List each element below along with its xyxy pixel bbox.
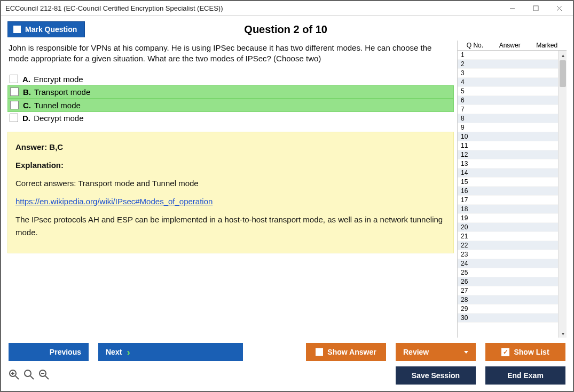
option-a[interactable]: A. Encrypt mode: [7, 73, 454, 85]
previous-button[interactable]: Previous: [9, 343, 89, 361]
option-label: A. Encrypt mode: [22, 75, 83, 84]
mark-checkbox-icon: [13, 26, 21, 33]
qlist-header: Q No. Answer Marked: [458, 41, 567, 51]
qlist-row[interactable]: 8: [458, 114, 567, 123]
next-button[interactable]: Next: [98, 343, 243, 361]
review-label: Review: [403, 348, 429, 356]
option-checkbox-icon[interactable]: [10, 87, 19, 96]
minimize-button[interactable]: [500, 2, 524, 15]
qlist-col-marked: Marked: [536, 42, 557, 49]
qlist-row[interactable]: 25: [458, 268, 567, 277]
qlist-row[interactable]: 26: [458, 277, 567, 286]
zoom-out-icon[interactable]: [38, 369, 49, 382]
qlist-row[interactable]: 15: [458, 178, 567, 187]
qlist-row[interactable]: 22: [458, 241, 567, 250]
qlist-row[interactable]: 27: [458, 286, 567, 295]
button-row-2: Save Session End Exam: [9, 366, 565, 385]
qlist-row[interactable]: 20: [458, 223, 567, 232]
question-heading: Question 2 of 10: [85, 23, 486, 36]
qlist-wrap: 1234567891011121314151617181920212223242…: [458, 51, 567, 338]
zoom-in-icon[interactable]: [9, 369, 19, 382]
correct-answers-line: Correct answers: Transport mode and Tunn…: [15, 177, 446, 190]
qlist-scrollbar[interactable]: ▴ ▾: [558, 51, 567, 338]
options-list: A. Encrypt modeB. Transport modeC. Tunne…: [7, 73, 454, 124]
reference-link[interactable]: https://en.wikipedia.org/wiki/IPsec#Mode…: [15, 197, 213, 206]
scroll-up-icon[interactable]: ▴: [559, 51, 567, 59]
question-text: John is responsible for VPNs at his comp…: [7, 41, 454, 70]
qlist-row[interactable]: 18: [458, 205, 567, 214]
qlist-row[interactable]: 11: [458, 141, 567, 150]
qlist-row[interactable]: 3: [458, 69, 567, 78]
save-session-button[interactable]: Save Session: [396, 366, 476, 385]
main-split: John is responsible for VPNs at his comp…: [1, 41, 573, 338]
option-label: C. Tunnel mode: [23, 101, 81, 110]
qlist-row[interactable]: 1: [458, 51, 567, 60]
svg-line-5: [15, 376, 19, 379]
qlist-row[interactable]: 14: [458, 169, 567, 178]
qlist-row[interactable]: 5: [458, 87, 567, 96]
end-exam-label: End Exam: [507, 371, 544, 380]
qlist[interactable]: 1234567891011121314151617181920212223242…: [458, 51, 567, 338]
qlist-row[interactable]: 29: [458, 305, 567, 314]
qlist-row[interactable]: 19: [458, 214, 567, 223]
mark-question-button[interactable]: Mark Question: [7, 21, 85, 37]
option-c[interactable]: C. Tunnel mode: [7, 99, 454, 112]
window-controls: [500, 2, 571, 15]
bottom-bar: Previous Next Show Answer Review ✓ Show …: [1, 338, 573, 391]
option-label: D. Decrypt mode: [22, 114, 84, 123]
qlist-row[interactable]: 17: [458, 196, 567, 205]
qlist-row[interactable]: 28: [458, 295, 567, 305]
qlist-row[interactable]: 23: [458, 250, 567, 259]
option-checkbox-icon[interactable]: [10, 101, 19, 109]
button-row-1: Previous Next Show Answer Review ✓ Show …: [9, 343, 565, 361]
svg-rect-1: [533, 6, 538, 11]
explanation-label: Explanation:: [15, 159, 446, 172]
top-row: Mark Question Question 2 of 10: [1, 16, 573, 41]
zoom-reset-icon[interactable]: [23, 369, 34, 382]
show-answer-button[interactable]: Show Answer: [306, 343, 386, 361]
qlist-row[interactable]: 6: [458, 96, 567, 105]
zoom-controls: [9, 369, 49, 382]
qlist-row[interactable]: 7: [458, 105, 567, 114]
scroll-thumb[interactable]: [560, 60, 566, 87]
explanation-detail: The IPsec protocols AH and ESP can be im…: [15, 213, 446, 239]
end-exam-button[interactable]: End Exam: [485, 366, 565, 385]
qlist-col-qno: Q No.: [467, 42, 483, 49]
answer-line: Answer: B,C: [15, 141, 446, 154]
dropdown-icon: [464, 351, 468, 354]
show-answer-checkbox-icon: [316, 348, 323, 356]
show-answer-label: Show Answer: [327, 348, 376, 356]
window-title: ECCouncil 212-81 (EC-Council Certified E…: [5, 4, 500, 12]
show-list-label: Show List: [514, 348, 549, 356]
answer-box: Answer: B,C Explanation: Correct answers…: [7, 132, 454, 253]
svg-point-8: [25, 370, 31, 377]
option-d[interactable]: D. Decrypt mode: [7, 112, 454, 124]
review-button[interactable]: Review: [396, 343, 476, 361]
qlist-row[interactable]: 4: [458, 78, 567, 87]
app-window: ECCouncil 212-81 (EC-Council Certified E…: [0, 0, 574, 392]
option-checkbox-icon[interactable]: [10, 75, 18, 83]
option-b[interactable]: B. Transport mode: [7, 85, 454, 99]
qlist-row[interactable]: 10: [458, 132, 567, 141]
svg-line-9: [30, 376, 34, 379]
qlist-row[interactable]: 30: [458, 314, 567, 323]
qlist-row[interactable]: 21: [458, 232, 567, 241]
qlist-row[interactable]: 12: [458, 150, 567, 159]
question-list-pane: Q No. Answer Marked 12345678910111213141…: [457, 41, 567, 338]
qlist-row[interactable]: 2: [458, 60, 567, 69]
show-list-checked-icon: ✓: [501, 348, 509, 356]
qlist-col-answer: Answer: [499, 42, 521, 49]
close-button[interactable]: [547, 2, 571, 15]
titlebar: ECCouncil 212-81 (EC-Council Certified E…: [1, 1, 573, 16]
qlist-row[interactable]: 13: [458, 159, 567, 169]
show-list-button[interactable]: ✓ Show List: [485, 343, 565, 361]
maximize-button[interactable]: [524, 2, 547, 15]
scroll-down-icon[interactable]: ▾: [559, 329, 567, 338]
qlist-row[interactable]: 24: [458, 259, 567, 268]
option-checkbox-icon[interactable]: [10, 114, 18, 122]
next-label: Next: [106, 348, 122, 356]
previous-label: Previous: [50, 348, 81, 356]
qlist-row[interactable]: 16: [458, 187, 567, 196]
qlist-row[interactable]: 9: [458, 123, 567, 132]
mark-label: Mark Question: [25, 25, 77, 34]
